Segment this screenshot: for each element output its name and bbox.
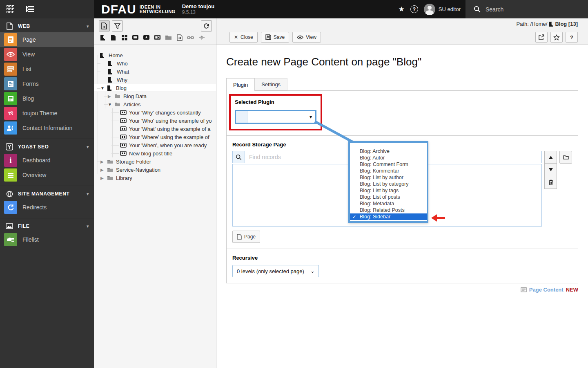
topbar-main: DFAU IDEEN INENTWICKLUNG Demo toujou 9.5… [94, 0, 466, 18]
dropdown-option[interactable]: Blog: Metadata [350, 200, 427, 207]
tree-node-post[interactable]: Your 'Who' using the example of yo [94, 117, 216, 125]
fingerprint-icon [4, 107, 17, 120]
tree-node-post[interactable]: Your 'What' using the example of a [94, 125, 216, 133]
page-icon [108, 77, 116, 83]
dropdown-option[interactable]: Blog: List by tags [350, 187, 427, 194]
new-page-button[interactable] [99, 20, 110, 31]
brand-text: DFAU [101, 2, 136, 16]
recycler-icon[interactable] [154, 34, 161, 41]
tree-node-post[interactable]: Your 'Where' using the example of [94, 133, 216, 141]
close-icon: ✕ [234, 34, 238, 40]
tree-node-home[interactable]: Home [94, 51, 216, 59]
sidebar-item-dashboard[interactable]: i Dashboard [0, 153, 94, 168]
folder-outline-icon [563, 155, 569, 159]
special-page-icon[interactable] [143, 34, 150, 41]
tree-node-why[interactable]: Why [94, 76, 216, 84]
recursive-select[interactable]: 0 levels (only selected page) ⌄ [232, 265, 319, 277]
view-button[interactable]: View [292, 32, 321, 43]
sidebar-item-filelist[interactable]: Filelist [0, 232, 94, 247]
image-icon [5, 223, 14, 229]
tree-node-service-navigation[interactable]: ▶ Service-Navigation [94, 166, 216, 174]
help-icon[interactable]: ? [410, 5, 418, 13]
folder-icon [114, 94, 122, 99]
sidebar-item-redirects[interactable]: Redirects [0, 200, 94, 215]
expand-caret-icon[interactable]: ▶ [100, 159, 107, 164]
section-file[interactable]: FILE ▾ [0, 220, 94, 232]
tree-node-what[interactable]: What [94, 67, 216, 76]
tree-node-blog[interactable]: ▼ Blog [94, 84, 216, 92]
sidebar-item-forms[interactable]: Forms [0, 76, 94, 91]
dropdown-option[interactable]: Blog: Comment Form [350, 161, 427, 168]
section-site-management[interactable]: SITE MANAGEMENT ▾ [0, 188, 94, 200]
collapse-caret-icon[interactable]: ▼ [108, 102, 114, 107]
topbar-left [0, 0, 94, 18]
mountpoint-icon[interactable] [132, 34, 139, 41]
backend-layout-icon[interactable] [121, 34, 128, 41]
divider-icon[interactable] [198, 34, 205, 41]
close-button[interactable]: ✕ Close [229, 32, 258, 43]
tree-node-post[interactable]: Your 'When', when you are ready [94, 141, 216, 149]
filter-button[interactable] [112, 20, 123, 31]
tree-node-storage-folder[interactable]: ▶ Storage Folder [94, 157, 216, 166]
content-icon [120, 118, 128, 123]
browse-page-button[interactable]: Page [232, 231, 260, 243]
dropdown-option[interactable]: Blog: List of posts [350, 194, 427, 200]
tree-node-post[interactable]: Your 'Why' changes constantly [94, 108, 216, 117]
refresh-button[interactable] [201, 20, 212, 31]
username: SU editor [439, 6, 461, 12]
dropdown-option[interactable]: Blog: List by category [350, 181, 427, 187]
expand-caret-icon[interactable]: ▶ [100, 176, 107, 180]
docheader-help-button[interactable]: ? [566, 32, 578, 43]
link-icon[interactable] [187, 34, 194, 41]
sidebar-item-toujou-theme[interactable]: toujou Theme [0, 106, 94, 121]
delete-button[interactable] [544, 176, 557, 189]
page-content-link[interactable]: Page Content [529, 287, 564, 293]
tree-node-who[interactable]: Who [94, 59, 216, 67]
bookmark-icon[interactable]: ★ [399, 5, 405, 13]
browse-records-button[interactable] [559, 151, 572, 164]
expand-caret-icon[interactable]: ▶ [108, 94, 114, 99]
tab-settings[interactable]: Settings [255, 78, 287, 90]
page-draghandle-icon[interactable] [99, 34, 106, 41]
selected-plugin-label: Selected Plugin [235, 99, 316, 105]
pagetree-toggle-icon[interactable] [24, 3, 36, 16]
tree-node-post[interactable]: New blog post title [94, 149, 216, 157]
collapse-caret-icon[interactable]: ▼ [100, 86, 107, 90]
sidebar-item-overview[interactable]: Overview [0, 168, 94, 182]
dropdown-option[interactable]: Blog: Archive [350, 148, 427, 155]
tree-node-articles[interactable]: ▼ Articles [94, 100, 216, 108]
move-down-button[interactable] [544, 164, 557, 176]
shortcut-page-icon[interactable] [176, 34, 183, 41]
page-icon [107, 85, 115, 91]
dropdown-option[interactable]: Blog: Related Posts [350, 207, 427, 213]
section-web[interactable]: WEB ▾ [0, 20, 94, 32]
section-yoast-seo[interactable]: YOAST SEO ▾ [0, 141, 94, 153]
regular-page-icon[interactable] [110, 34, 117, 41]
expand-caret-icon[interactable]: ▶ [100, 168, 107, 172]
open-in-new-window-button[interactable] [535, 32, 548, 43]
tree-node-blog-data[interactable]: ▶ Blog Data [94, 92, 216, 100]
tab-plugin[interactable]: Plugin [226, 78, 255, 91]
sidebar-item-list[interactable]: List [0, 62, 94, 76]
bookmark-button[interactable] [550, 32, 563, 43]
globe-icon [5, 191, 14, 197]
dropdown-option[interactable]: Blog: Autor [350, 155, 427, 161]
global-search[interactable]: Search [466, 0, 588, 18]
sidebar-item-contact-information[interactable]: Contact Information [0, 121, 94, 135]
folder-drag-icon[interactable] [165, 34, 172, 41]
tree-node-library[interactable]: ▶ Library [94, 174, 216, 182]
selected-plugin-select[interactable]: ▾ [235, 110, 316, 124]
sidebar-item-blog[interactable]: Blog [0, 91, 94, 106]
save-button[interactable]: Save [261, 32, 289, 43]
dropdown-option[interactable]: Blog: List by author [350, 174, 427, 181]
dropdown-option-selected[interactable]: ✓ Blog: Sidebar [350, 213, 427, 220]
move-up-button[interactable] [544, 151, 557, 164]
docheader: Path: /Home/ Blog [13] ✕ Close Save View [216, 18, 588, 45]
user-menu[interactable]: SU editor [424, 4, 461, 15]
modules-menu-icon[interactable] [4, 3, 16, 16]
sidebar-item-page[interactable]: Page [0, 32, 94, 47]
sidebar-item-view[interactable]: View [0, 47, 94, 62]
dropdown-option[interactable]: Blog: Kommentar [350, 168, 427, 174]
content-icon [120, 110, 128, 115]
folder-icon [114, 102, 122, 107]
